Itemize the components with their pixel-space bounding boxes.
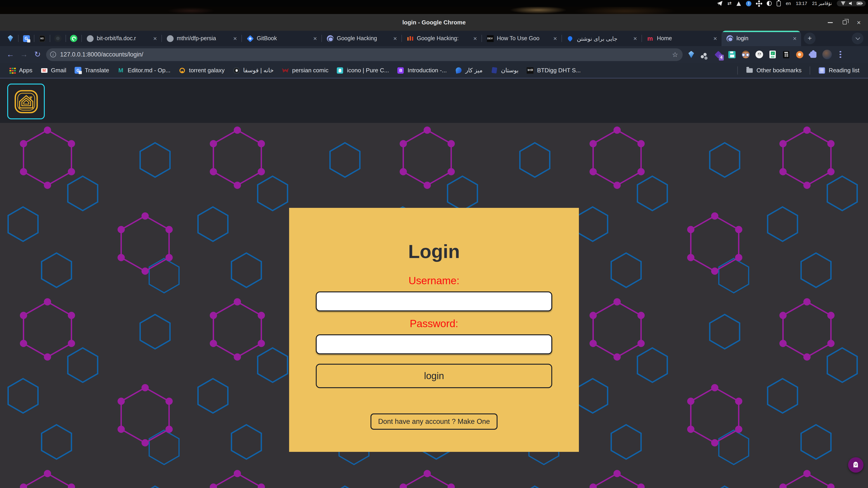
tab-close-icon[interactable]: ×: [312, 35, 318, 41]
clock-time[interactable]: 13:17: [796, 1, 807, 6]
btdigg-icon: [527, 67, 534, 74]
tab-bit-orbit[interactable]: bit-orbit/fa.doc.r ×: [82, 31, 161, 46]
bookmark-btdigg[interactable]: BTDigg DHT S...: [523, 64, 585, 76]
circles-extension-icon[interactable]: [700, 50, 710, 59]
brightness-icon[interactable]: [767, 1, 772, 6]
virgool-favicon: [566, 35, 574, 42]
tab-google-hacking-2[interactable]: Google Hacking: ×: [402, 31, 482, 46]
bookmark-fosfa[interactable]: خانه | فوسفا: [228, 64, 278, 76]
back-button[interactable]: ←: [4, 48, 17, 61]
clipboard-icon[interactable]: [777, 1, 781, 6]
tempmail-extension-icon[interactable]: [768, 50, 778, 59]
status-area[interactable]: [837, 0, 866, 6]
tab-close-icon[interactable]: ×: [553, 35, 558, 41]
save-extension-icon[interactable]: [727, 50, 737, 59]
avatar-extension-icon[interactable]: [741, 50, 750, 59]
bookmark-label: icono | Pure C...: [347, 67, 389, 74]
tab-dev-article[interactable]: How To Use Goo ×: [482, 31, 561, 46]
clock-date[interactable]: 21 نۆڤامبر: [812, 1, 832, 6]
bustan-icon: [491, 67, 498, 74]
minimize-button[interactable]: [828, 22, 833, 23]
pinned-tab-gem[interactable]: [3, 31, 18, 46]
pinned-tabs: [3, 31, 82, 46]
bookmark-bustan[interactable]: بوستان: [487, 64, 523, 76]
ghostery-floating-button[interactable]: [848, 457, 864, 473]
bookmark-translate[interactable]: Translate: [70, 64, 113, 76]
forward-button[interactable]: →: [17, 48, 31, 61]
telegram-icon[interactable]: [717, 1, 722, 6]
bookmark-introduction[interactable]: Introduction -...: [393, 64, 451, 76]
site-header: [0, 78, 868, 123]
bookmark-star-icon[interactable]: ☆: [672, 51, 678, 58]
bookmark-label: persian comic: [292, 67, 329, 74]
tab-close-icon[interactable]: ×: [232, 35, 238, 41]
login-card: Login Username: Password: login Dont hav…: [289, 208, 579, 452]
bookmark-torrent-galaxy[interactable]: torrent galaxy: [175, 64, 229, 76]
bookmark-mizkar[interactable]: میز کار: [451, 64, 487, 76]
tab-close-icon[interactable]: ×: [472, 35, 478, 41]
vlc-cone-icon[interactable]: [737, 1, 741, 6]
other-bookmarks-button[interactable]: Other bookmarks: [742, 64, 806, 76]
login-button[interactable]: login: [316, 364, 552, 388]
tab-close-icon[interactable]: ×: [792, 35, 798, 41]
diamond-extension-icon[interactable]: 4: [713, 50, 723, 59]
tab-gitbook[interactable]: GitBook ×: [242, 31, 321, 46]
extension-badge: 4: [719, 55, 724, 60]
tab-mthri[interactable]: mthri/dfp-persia ×: [162, 31, 241, 46]
make-account-button[interactable]: Dont have any account ? Make One: [370, 414, 498, 430]
bookmark-label: Apps: [19, 67, 32, 74]
tab-virgool[interactable]: جایی برای نوشتن ×: [562, 31, 642, 46]
close-button[interactable]: ×: [857, 19, 861, 26]
menu-kebab-icon[interactable]: [835, 50, 845, 59]
extensions-puzzle-icon[interactable]: [808, 50, 818, 59]
network-icon: [841, 1, 845, 5]
site-info-icon[interactable]: i: [50, 52, 56, 57]
bookmark-label: بوستان: [501, 67, 519, 74]
pinned-tab-github[interactable]: [50, 31, 66, 46]
keyboard-layout-indicator[interactable]: en: [786, 1, 791, 6]
new-tab-button[interactable]: +: [804, 33, 815, 44]
username-input[interactable]: [316, 291, 552, 311]
bookmark-gmail[interactable]: Gmail: [36, 64, 70, 76]
tab-home[interactable]: Home ×: [642, 31, 721, 46]
alert-icon[interactable]: !: [746, 1, 752, 6]
trash-extension-icon[interactable]: [781, 50, 791, 59]
tab-login-active[interactable]: login ×: [721, 31, 801, 46]
desktop-screen: ⇄ ! en 13:17 21 نۆڤامبر login - Google C…: [0, 0, 868, 488]
bookmark-label: Editor.md - Op...: [128, 67, 170, 74]
password-input[interactable]: [316, 334, 552, 354]
tab-google-hacking-1[interactable]: Google Hacking ×: [322, 31, 401, 46]
tab-label: GitBook: [257, 35, 309, 41]
tab-close-icon[interactable]: ×: [632, 35, 638, 41]
profile-avatar[interactable]: [822, 50, 832, 59]
bookmark-persian-comic[interactable]: persian comic: [278, 64, 333, 76]
tab-strip: bit-orbit/fa.doc.r × mthri/dfp-persia × …: [0, 31, 868, 46]
tab-search-button[interactable]: [852, 33, 864, 44]
bookmark-icono[interactable]: icono | Pure C...: [333, 64, 393, 76]
site-logo[interactable]: [7, 84, 45, 119]
tab-label: login: [737, 35, 789, 41]
reload-button[interactable]: ↻: [31, 48, 44, 61]
whatsapp-icon: [70, 35, 77, 42]
robot-extension-icon[interactable]: [754, 50, 764, 59]
tab-close-icon[interactable]: ×: [712, 35, 718, 41]
address-bar[interactable]: i 127.0.0.1:8000/accounts/login/ ☆: [46, 48, 683, 61]
reading-list-button[interactable]: Reading list: [814, 64, 864, 76]
orange-extension-icon[interactable]: [795, 50, 805, 59]
tab-close-icon[interactable]: ×: [152, 35, 158, 41]
bookmark-label: torrent galaxy: [189, 67, 225, 74]
tab-close-icon[interactable]: ×: [393, 35, 398, 41]
browser-toolbar: ← → ↻ i 127.0.0.1:8000/accounts/login/ ☆…: [0, 46, 868, 63]
bookmark-editor-md[interactable]: Editor.md - Op...: [113, 64, 175, 76]
sparkle-extension-icon[interactable]: [758, 2, 760, 4]
pinned-tab-whatsapp[interactable]: [66, 31, 81, 46]
system-tray: ⇄ ! en 13:17 21 نۆڤامبر: [717, 0, 866, 6]
gem-extension-icon[interactable]: [686, 50, 696, 59]
pinned-tab-translate[interactable]: [19, 31, 34, 46]
sync-icon[interactable]: ⇄: [727, 1, 732, 6]
pinned-tab-markdown[interactable]: [34, 31, 50, 46]
maximize-button[interactable]: [843, 20, 847, 24]
bookmark-apps[interactable]: Apps: [4, 64, 36, 76]
b-badge-icon: [397, 67, 404, 74]
github-icon: [54, 35, 61, 42]
